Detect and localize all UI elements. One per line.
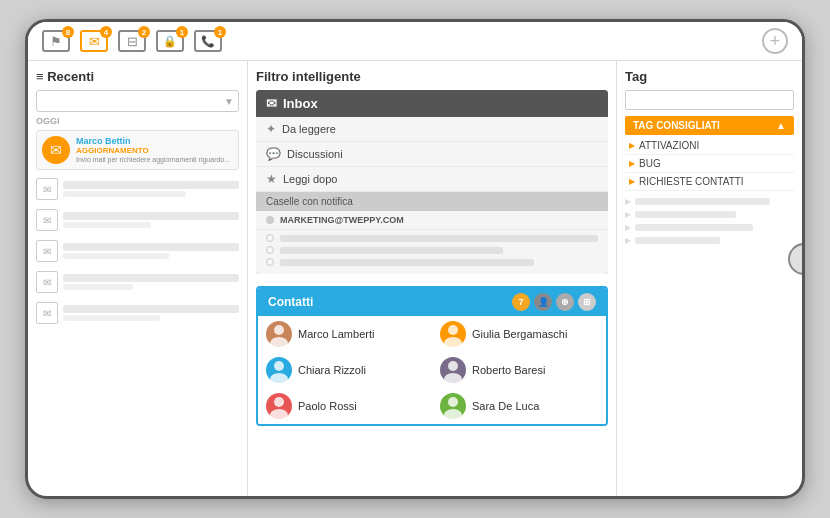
inbox-item-discussioni[interactable]: 💬 Discussioni [256, 142, 608, 167]
contacts-icon-4[interactable]: ⊞ [578, 293, 596, 311]
inbox-item-da-leggere[interactable]: ✦ Da leggere [256, 117, 608, 142]
contact-item-sara[interactable]: Sara De Luca [432, 388, 606, 424]
add-button[interactable]: + [762, 28, 788, 54]
sidebar-item[interactable]: ✉ [36, 176, 239, 202]
leggi-dopo-label: Leggi dopo [283, 173, 337, 185]
tag-item-attivazioni[interactable]: ▶ ATTIVAZIONI [625, 137, 794, 155]
tag-arrow-icon: ▶ [629, 159, 635, 168]
sidebar-item[interactable]: ✉ [36, 238, 239, 264]
tag-pl-line [635, 237, 720, 244]
tag-item-bug[interactable]: ▶ BUG [625, 155, 794, 173]
tag-title: Tag [625, 69, 794, 84]
sidebar-featured-item[interactable]: ✉ Marco Bettin AGGIORNAMENTO Invio mail … [36, 130, 239, 170]
sidebar-mail-icon-5: ✉ [36, 302, 58, 324]
sidebar-search-container[interactable]: ▼ [36, 90, 239, 112]
tag-arrow-icon: ▶ [629, 141, 635, 150]
contact-item-roberto[interactable]: Roberto Baresi [432, 352, 606, 388]
star-icon: ★ [266, 172, 277, 186]
contacts-icon-3[interactable]: ⊕ [556, 293, 574, 311]
sidebar-line [63, 274, 239, 282]
sidebar-subline [63, 284, 133, 290]
phone-badge: 1 [214, 26, 226, 38]
sidebar: ≡ Recenti ▼ OGGI ✉ Marco Bettin AGGIORNA… [28, 61, 248, 496]
sidebar-item[interactable]: ✉ [36, 300, 239, 326]
contacts-icon-2[interactable]: 👤 [534, 293, 552, 311]
contacts-header: Contatti 7 👤 ⊕ ⊞ [258, 288, 606, 316]
avatar-giulia [440, 321, 466, 347]
sidebar-item[interactable]: ✉ [36, 269, 239, 295]
top-bar: ⚑ 8 ✉ 4 ⊟ 2 🔒 1 📞 1 + [28, 22, 802, 61]
caselle-header: Caselle con notifica [256, 192, 608, 211]
email-address: MARKETING@TWEPPY.COM [280, 215, 404, 225]
tag-placeholder-4: ▶ [625, 236, 794, 245]
tag-pl-arrow: ▶ [625, 236, 631, 245]
avatar-paolo [266, 393, 292, 419]
mail-icon-container[interactable]: ✉ 4 [80, 30, 108, 52]
tag-pl-arrow: ▶ [625, 210, 631, 219]
contacts-panel: Contatti 7 👤 ⊕ ⊞ Marco Lamberti [256, 286, 608, 426]
tag-item-richieste[interactable]: ▶ RICHIESTE CONTATTI [625, 173, 794, 191]
ph-dot [266, 234, 274, 242]
phone-icon-container[interactable]: 📞 1 [194, 30, 222, 52]
tag-placeholder-lines: ▶ ▶ ▶ ▶ [625, 197, 794, 249]
inbox-item-leggi-dopo[interactable]: ★ Leggi dopo [256, 167, 608, 192]
svg-point-6 [448, 361, 458, 371]
email-item[interactable]: MARKETING@TWEPPY.COM [256, 211, 608, 230]
featured-sender: Marco Bettin [76, 136, 230, 146]
tag-consigliati-label: TAG CONSIGLIATI [633, 120, 720, 131]
tag-search-input[interactable] [625, 90, 794, 110]
contact-item-marco[interactable]: Marco Lamberti [258, 316, 432, 352]
middle-panel: Filtro intelligente ✉ Inbox ✦ Da leggere… [248, 61, 617, 496]
sidebar-item[interactable]: ✉ [36, 207, 239, 233]
lock-icon-container[interactable]: 🔒 1 [156, 30, 184, 52]
contacts-icons: 7 👤 ⊕ ⊞ [512, 293, 596, 311]
tag-pl-arrow: ▶ [625, 223, 631, 232]
filtro-title: Filtro intelligente [256, 69, 608, 84]
ph-line [280, 235, 598, 242]
featured-mail-icon: ✉ [42, 136, 70, 164]
contact-item-chiara[interactable]: Chiara Rizzoli [258, 352, 432, 388]
contacts-icon-1[interactable]: 7 [512, 293, 530, 311]
tag-label-bug: BUG [639, 158, 661, 169]
svg-point-10 [448, 397, 458, 407]
inbox-title: Inbox [283, 96, 318, 111]
flag-badge: 8 [62, 26, 74, 38]
inbox-header: ✉ Inbox [256, 90, 608, 117]
contact-item-giulia[interactable]: Giulia Bergamaschi [432, 316, 606, 352]
discussioni-label: Discussioni [287, 148, 343, 160]
email-dot [266, 216, 274, 224]
ph-line [280, 247, 503, 254]
svg-point-1 [270, 337, 288, 347]
contact-item-paolo[interactable]: Paolo Rossi [258, 388, 432, 424]
sidebar-mail-icon-3: ✉ [36, 240, 58, 262]
folder-icon-container[interactable]: ⊟ 2 [118, 30, 146, 52]
sidebar-search-input[interactable] [41, 96, 224, 107]
svg-point-9 [270, 409, 288, 419]
placeholder-row-2 [266, 246, 598, 254]
sidebar-mail-icon-1: ✉ [36, 178, 58, 200]
svg-point-7 [444, 373, 462, 383]
folder-badge: 2 [138, 26, 150, 38]
main-area: ≡ Recenti ▼ OGGI ✉ Marco Bettin AGGIORNA… [28, 61, 802, 496]
contact-name-sara: Sara De Luca [472, 400, 539, 412]
sidebar-line [63, 212, 239, 220]
da-leggere-label: Da leggere [282, 123, 336, 135]
lock-badge: 1 [176, 26, 188, 38]
tag-consigliati-chevron: ▲ [776, 120, 786, 131]
featured-subject: AGGIORNAMENTO [76, 146, 230, 155]
tag-consigliati-header[interactable]: TAG CONSIGLIATI ▲ [625, 116, 794, 135]
contacts-title: Contatti [268, 295, 313, 309]
flag-icon-container[interactable]: ⚑ 8 [42, 30, 70, 52]
tag-label-richieste: RICHIESTE CONTATTI [639, 176, 744, 187]
tag-placeholder-3: ▶ [625, 223, 794, 232]
star-burst-icon: ✦ [266, 122, 276, 136]
svg-point-11 [444, 409, 462, 419]
sidebar-subline [63, 191, 186, 197]
svg-point-0 [274, 325, 284, 335]
tag-arrow-icon: ▶ [629, 177, 635, 186]
sidebar-line [63, 243, 239, 251]
svg-point-3 [444, 337, 462, 347]
sidebar-subline [63, 222, 151, 228]
avatar-marco [266, 321, 292, 347]
contacts-grid: Marco Lamberti Giulia Bergamaschi Chiar [258, 316, 606, 424]
